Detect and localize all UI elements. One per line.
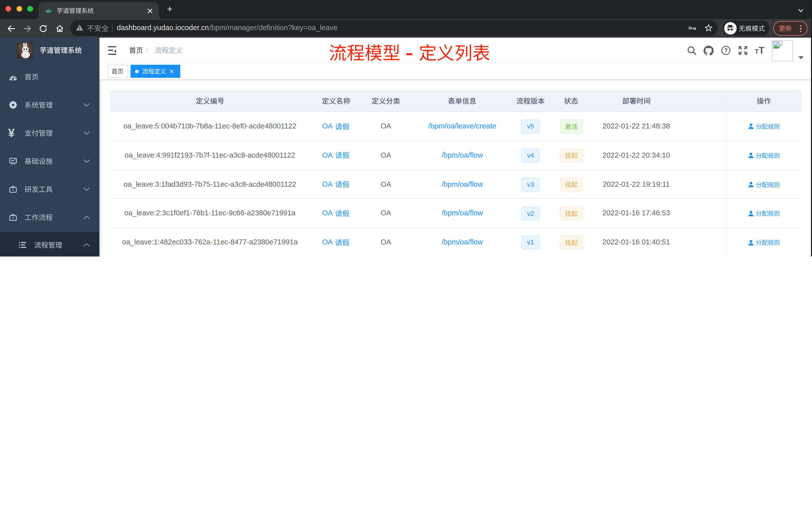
svg-text:T: T xyxy=(755,48,759,55)
svg-text:?: ? xyxy=(724,47,727,54)
svg-text:T: T xyxy=(759,46,764,55)
